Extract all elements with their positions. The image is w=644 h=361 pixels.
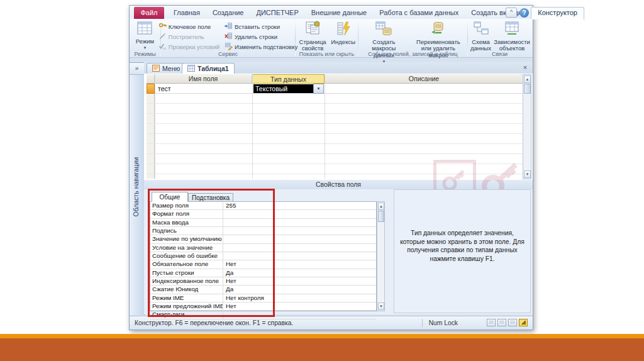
- nav-expand-chevron-icon[interactable]: »: [130, 63, 144, 75]
- property-label: Смарт-теги: [150, 311, 223, 318]
- column-header-description[interactable]: Описание: [325, 74, 524, 84]
- scroll-down-icon[interactable]: ▼: [524, 170, 531, 178]
- data-macro-icon: [375, 21, 392, 38]
- slide-accent-band: [0, 334, 644, 338]
- insert-rows-button[interactable]: Вставить строки: [225, 22, 297, 31]
- description-cell[interactable]: [325, 84, 524, 94]
- property-row[interactable]: Маска ввода: [150, 219, 376, 227]
- grid-row[interactable]: [147, 164, 524, 174]
- property-row[interactable]: Подпись: [150, 227, 376, 235]
- property-value[interactable]: 255: [223, 202, 376, 209]
- relationships-button[interactable]: Схема данных: [469, 20, 492, 53]
- column-header-field-name[interactable]: Имя поля: [155, 74, 252, 84]
- tab-file[interactable]: Файл: [134, 7, 164, 19]
- view-pivotchart-icon[interactable]: [508, 319, 517, 326]
- grid-row[interactable]: [147, 104, 524, 114]
- property-row[interactable]: Режим предложений IMEНет: [150, 303, 376, 311]
- property-value[interactable]: [223, 219, 376, 226]
- tab-dispatcher[interactable]: ДИСПЕТЧЕР: [250, 7, 305, 19]
- delete-rows-button[interactable]: Удалить строки: [225, 32, 297, 42]
- ribbon-group-events: Создать макросы данных ▼ Переименовать и…: [358, 19, 467, 57]
- doc-tab-table1[interactable]: Таблица1: [182, 63, 235, 74]
- grid-row[interactable]: [147, 94, 524, 104]
- property-row[interactable]: Формат поля: [150, 210, 376, 218]
- property-value[interactable]: Нет: [223, 303, 376, 310]
- grid-row[interactable]: [147, 124, 524, 134]
- property-row[interactable]: Обязательное полеНет: [150, 260, 376, 269]
- scroll-up-icon[interactable]: ▲: [378, 203, 384, 210]
- form-icon: [152, 65, 160, 73]
- data-type-dropdown-button[interactable]: ▼: [313, 84, 324, 94]
- property-value[interactable]: [223, 244, 376, 252]
- grid-row[interactable]: [147, 144, 524, 154]
- object-dependencies-button[interactable]: Зависимости объектов: [494, 20, 530, 53]
- property-value[interactable]: Нет: [223, 260, 376, 268]
- property-scrollbar[interactable]: ▲ ▼: [377, 201, 385, 311]
- indexes-button[interactable]: Индексы: [330, 20, 357, 46]
- primary-key-button[interactable]: Ключевое поле: [158, 22, 219, 31]
- view-pivottable-icon[interactable]: [497, 319, 506, 326]
- column-header-data-type[interactable]: Тип данных: [252, 74, 325, 84]
- property-value[interactable]: [223, 252, 376, 260]
- property-value[interactable]: Нет контроля: [223, 294, 376, 302]
- view-datasheet-icon[interactable]: [487, 319, 496, 326]
- property-label: Обязательное поле: [150, 260, 223, 268]
- grid-scrollbar[interactable]: ▲ ▼: [523, 74, 531, 179]
- collapse-ribbon-icon[interactable]: ^: [506, 8, 517, 18]
- tab-design-active[interactable]: Конструктор: [531, 7, 584, 19]
- scroll-down-icon[interactable]: ▼: [378, 303, 384, 310]
- chevron-down-icon: ▼: [143, 45, 147, 52]
- view-design-icon[interactable]: [519, 319, 528, 326]
- ribbon-tab-bar: Файл Главная Создание ДИСПЕТЧЕР Внешние …: [130, 6, 533, 19]
- scroll-thumb[interactable]: [378, 211, 384, 222]
- create-data-macros-button[interactable]: Создать макросы данных ▼: [360, 20, 408, 66]
- property-row[interactable]: Значение по умолчанию: [150, 235, 376, 243]
- view-mode-button[interactable]: Режим ▼: [135, 20, 155, 52]
- scroll-up-icon[interactable]: ▲: [524, 75, 531, 83]
- doc-tab-menu[interactable]: Меню: [147, 63, 186, 74]
- indexes-lightning-icon: [336, 21, 351, 38]
- property-row[interactable]: Условие на значение: [150, 244, 376, 252]
- property-value[interactable]: [223, 210, 376, 218]
- tab-create[interactable]: Создание: [206, 7, 250, 19]
- property-row[interactable]: Пустые строкиДа: [150, 269, 376, 277]
- property-row[interactable]: Размер поля255: [150, 202, 376, 210]
- property-row[interactable]: Индексированное полеНет: [150, 277, 376, 286]
- property-value[interactable]: Нет: [223, 277, 376, 285]
- grid-row[interactable]: [147, 154, 524, 164]
- data-type-selected-value[interactable]: Текстовый: [253, 84, 313, 93]
- slide-canvas: Файл Главная Создание ДИСПЕТЧЕР Внешние …: [0, 0, 644, 361]
- tab-home[interactable]: Главная: [167, 7, 206, 19]
- property-label: Маска ввода: [150, 219, 223, 226]
- grid-row[interactable]: [147, 134, 524, 144]
- property-row[interactable]: Режим IMEНет контроля: [150, 294, 376, 303]
- group-label-relationships: Связи: [468, 51, 531, 57]
- property-value[interactable]: Да: [223, 269, 376, 277]
- help-icon[interactable]: ?: [519, 8, 529, 18]
- modify-lookups-button[interactable]: Изменить подстановку: [225, 42, 297, 52]
- properties-tab-general[interactable]: Общие: [152, 192, 188, 202]
- property-row[interactable]: Смарт-теги: [150, 311, 376, 319]
- modify-lookups-label: Изменить подстановку: [235, 43, 297, 50]
- properties-tab-lookup[interactable]: Подстановка: [188, 193, 233, 202]
- property-value[interactable]: [223, 227, 376, 235]
- grid-corner-cell: [147, 74, 155, 84]
- field-help-panel: Тип данных определяет значения, которые …: [394, 189, 531, 313]
- scroll-thumb[interactable]: [524, 84, 531, 94]
- property-sheet-button[interactable]: Страница свойств: [297, 20, 328, 53]
- document-close-icon[interactable]: ×: [521, 64, 530, 72]
- property-value[interactable]: [223, 235, 376, 243]
- navigation-pane-collapsed[interactable]: » Область навигации: [130, 62, 145, 315]
- property-row[interactable]: Сообщение об ошибке: [150, 252, 376, 260]
- field-name-cell[interactable]: тест: [155, 84, 252, 94]
- grid-row[interactable]: [147, 114, 524, 124]
- builder-button[interactable]: Построитель: [158, 32, 219, 42]
- test-validation-button[interactable]: Проверка условий: [158, 42, 219, 52]
- tab-database-tools[interactable]: Работа с базами данных: [373, 7, 465, 19]
- property-value[interactable]: Да: [223, 286, 376, 293]
- field-properties-divider: Свойства поля: [144, 180, 533, 190]
- current-row-selector[interactable]: [147, 84, 155, 94]
- property-row[interactable]: Сжатие ЮникодДа: [150, 286, 376, 294]
- property-value[interactable]: [223, 311, 376, 318]
- tab-external-data[interactable]: Внешние данные: [305, 7, 373, 19]
